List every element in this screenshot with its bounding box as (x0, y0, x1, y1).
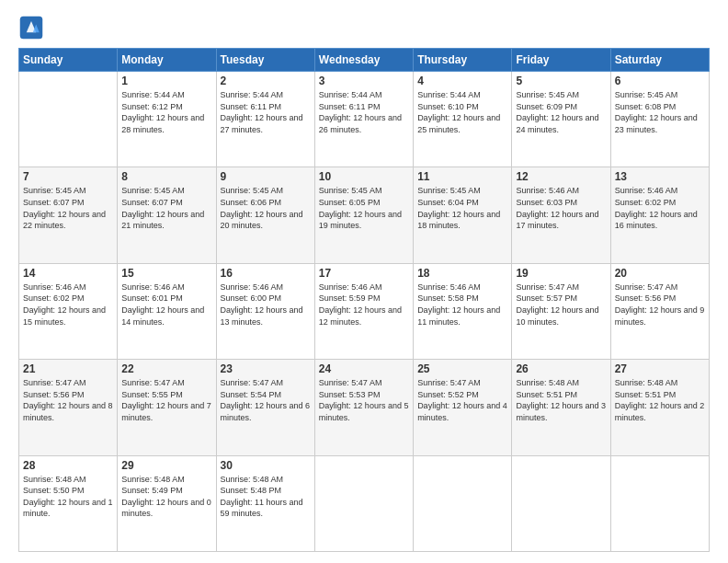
weekday-header-wednesday: Wednesday (314, 49, 413, 72)
day-number: 21 (23, 362, 113, 375)
day-info: Sunrise: 5:46 AMSunset: 6:01 PMDaylight:… (121, 282, 211, 327)
weekday-header-saturday: Saturday (610, 49, 709, 72)
day-info: Sunrise: 5:46 AMSunset: 5:58 PMDaylight:… (417, 282, 507, 327)
calendar-cell: 17Sunrise: 5:46 AMSunset: 5:59 PMDayligh… (314, 263, 413, 359)
day-number: 1 (121, 75, 211, 87)
day-number: 20 (615, 267, 705, 280)
day-number: 15 (121, 267, 211, 280)
day-info: Sunrise: 5:47 AMSunset: 5:53 PMDaylight:… (319, 377, 409, 423)
day-info: Sunrise: 5:44 AMSunset: 6:12 PMDaylight:… (121, 89, 211, 135)
calendar-cell: 14Sunrise: 5:46 AMSunset: 6:02 PMDayligh… (19, 263, 118, 359)
day-number: 17 (319, 267, 409, 280)
day-info: Sunrise: 5:46 AMSunset: 6:00 PMDaylight:… (221, 282, 311, 327)
calendar-cell: 26Sunrise: 5:48 AMSunset: 5:51 PMDayligh… (512, 360, 610, 455)
calendar-cell: 8Sunrise: 5:45 AMSunset: 6:07 PMDaylight… (118, 167, 216, 263)
day-info: Sunrise: 5:47 AMSunset: 5:54 PMDaylight:… (221, 377, 311, 423)
calendar-cell: 22Sunrise: 5:47 AMSunset: 5:55 PMDayligh… (118, 360, 216, 455)
day-number: 10 (319, 170, 409, 183)
day-number: 28 (23, 459, 113, 472)
calendar-cell: 28Sunrise: 5:48 AMSunset: 5:50 PMDayligh… (19, 455, 118, 551)
calendar-cell: 24Sunrise: 5:47 AMSunset: 5:53 PMDayligh… (314, 360, 413, 455)
day-number: 16 (221, 267, 311, 280)
day-info: Sunrise: 5:45 AMSunset: 6:09 PMDaylight:… (516, 89, 606, 135)
day-info: Sunrise: 5:47 AMSunset: 5:52 PMDaylight:… (417, 377, 507, 423)
day-info: Sunrise: 5:46 AMSunset: 6:03 PMDaylight:… (516, 185, 606, 231)
day-info: Sunrise: 5:48 AMSunset: 5:51 PMDaylight:… (516, 377, 606, 423)
calendar-cell: 2Sunrise: 5:44 AMSunset: 6:11 PMDaylight… (216, 72, 314, 167)
day-number: 29 (121, 459, 211, 472)
day-number: 6 (615, 75, 705, 87)
day-info: Sunrise: 5:48 AMSunset: 5:49 PMDaylight:… (121, 474, 211, 520)
day-info: Sunrise: 5:47 AMSunset: 5:57 PMDaylight:… (516, 282, 606, 327)
day-number: 19 (516, 267, 606, 280)
day-info: Sunrise: 5:46 AMSunset: 6:02 PMDaylight:… (615, 185, 705, 231)
calendar-cell: 3Sunrise: 5:44 AMSunset: 6:11 PMDaylight… (314, 72, 413, 167)
calendar-cell: 15Sunrise: 5:46 AMSunset: 6:01 PMDayligh… (118, 263, 216, 359)
calendar-cell: 12Sunrise: 5:46 AMSunset: 6:03 PMDayligh… (512, 167, 610, 263)
calendar-cell: 1Sunrise: 5:44 AMSunset: 6:12 PMDaylight… (118, 72, 216, 167)
day-number: 26 (516, 362, 606, 375)
calendar-week-row: 14Sunrise: 5:46 AMSunset: 6:02 PMDayligh… (19, 263, 710, 359)
day-info: Sunrise: 5:44 AMSunset: 6:10 PMDaylight:… (417, 89, 507, 135)
calendar-cell: 19Sunrise: 5:47 AMSunset: 5:57 PMDayligh… (512, 263, 610, 359)
day-info: Sunrise: 5:44 AMSunset: 6:11 PMDaylight:… (319, 89, 409, 135)
page-header (18, 15, 710, 40)
calendar-week-row: 28Sunrise: 5:48 AMSunset: 5:50 PMDayligh… (19, 455, 710, 551)
day-number: 3 (319, 75, 409, 87)
calendar-cell: 21Sunrise: 5:47 AMSunset: 5:56 PMDayligh… (19, 360, 118, 455)
day-info: Sunrise: 5:47 AMSunset: 5:56 PMDaylight:… (23, 377, 113, 423)
day-info: Sunrise: 5:45 AMSunset: 6:07 PMDaylight:… (121, 185, 211, 231)
weekday-header-thursday: Thursday (414, 49, 512, 72)
calendar-cell: 5Sunrise: 5:45 AMSunset: 6:09 PMDaylight… (512, 72, 610, 167)
calendar-cell: 27Sunrise: 5:48 AMSunset: 5:51 PMDayligh… (610, 360, 709, 455)
calendar-cell: 29Sunrise: 5:48 AMSunset: 5:49 PMDayligh… (118, 455, 216, 551)
calendar-cell (512, 455, 610, 551)
day-info: Sunrise: 5:45 AMSunset: 6:07 PMDaylight:… (23, 185, 113, 231)
weekday-header-tuesday: Tuesday (216, 49, 314, 72)
day-info: Sunrise: 5:48 AMSunset: 5:48 PMDaylight:… (221, 474, 311, 520)
day-number: 14 (23, 267, 113, 280)
calendar-cell: 6Sunrise: 5:45 AMSunset: 6:08 PMDaylight… (610, 72, 709, 167)
day-info: Sunrise: 5:48 AMSunset: 5:50 PMDaylight:… (23, 474, 113, 520)
day-info: Sunrise: 5:46 AMSunset: 5:59 PMDaylight:… (319, 282, 409, 327)
calendar-cell: 16Sunrise: 5:46 AMSunset: 6:00 PMDayligh… (216, 263, 314, 359)
weekday-header-monday: Monday (118, 49, 216, 72)
calendar-table: SundayMondayTuesdayWednesdayThursdayFrid… (18, 48, 710, 552)
calendar-cell: 9Sunrise: 5:45 AMSunset: 6:06 PMDaylight… (216, 167, 314, 263)
day-number: 18 (417, 267, 507, 280)
calendar-cell: 23Sunrise: 5:47 AMSunset: 5:54 PMDayligh… (216, 360, 314, 455)
day-number: 25 (417, 362, 507, 375)
weekday-header-row: SundayMondayTuesdayWednesdayThursdayFrid… (19, 49, 710, 72)
day-number: 13 (615, 170, 705, 183)
day-number: 7 (23, 170, 113, 183)
day-number: 24 (319, 362, 409, 375)
calendar-cell: 4Sunrise: 5:44 AMSunset: 6:10 PMDaylight… (414, 72, 512, 167)
day-number: 5 (516, 75, 606, 87)
day-info: Sunrise: 5:45 AMSunset: 6:04 PMDaylight:… (417, 185, 507, 231)
weekday-header-sunday: Sunday (19, 49, 118, 72)
calendar-cell: 13Sunrise: 5:46 AMSunset: 6:02 PMDayligh… (610, 167, 709, 263)
calendar-week-row: 1Sunrise: 5:44 AMSunset: 6:12 PMDaylight… (19, 72, 710, 167)
day-info: Sunrise: 5:45 AMSunset: 6:05 PMDaylight:… (319, 185, 409, 231)
calendar-week-row: 21Sunrise: 5:47 AMSunset: 5:56 PMDayligh… (19, 360, 710, 455)
calendar-cell: 30Sunrise: 5:48 AMSunset: 5:48 PMDayligh… (216, 455, 314, 551)
calendar-cell: 11Sunrise: 5:45 AMSunset: 6:04 PMDayligh… (414, 167, 512, 263)
calendar-cell (414, 455, 512, 551)
calendar-cell (314, 455, 413, 551)
day-number: 23 (221, 362, 311, 375)
logo (18, 15, 50, 40)
calendar-cell: 20Sunrise: 5:47 AMSunset: 5:56 PMDayligh… (610, 263, 709, 359)
day-info: Sunrise: 5:46 AMSunset: 6:02 PMDaylight:… (23, 282, 113, 327)
calendar-week-row: 7Sunrise: 5:45 AMSunset: 6:07 PMDaylight… (19, 167, 710, 263)
calendar-page: SundayMondayTuesdayWednesdayThursdayFrid… (0, 0, 728, 563)
logo-icon (18, 15, 44, 40)
day-number: 9 (221, 170, 311, 183)
calendar-cell: 10Sunrise: 5:45 AMSunset: 6:05 PMDayligh… (314, 167, 413, 263)
day-info: Sunrise: 5:47 AMSunset: 5:56 PMDaylight:… (615, 282, 705, 327)
calendar-cell: 7Sunrise: 5:45 AMSunset: 6:07 PMDaylight… (19, 167, 118, 263)
day-info: Sunrise: 5:48 AMSunset: 5:51 PMDaylight:… (615, 377, 705, 423)
day-number: 11 (417, 170, 507, 183)
day-info: Sunrise: 5:44 AMSunset: 6:11 PMDaylight:… (221, 89, 311, 135)
day-number: 12 (516, 170, 606, 183)
day-info: Sunrise: 5:45 AMSunset: 6:08 PMDaylight:… (615, 89, 705, 135)
